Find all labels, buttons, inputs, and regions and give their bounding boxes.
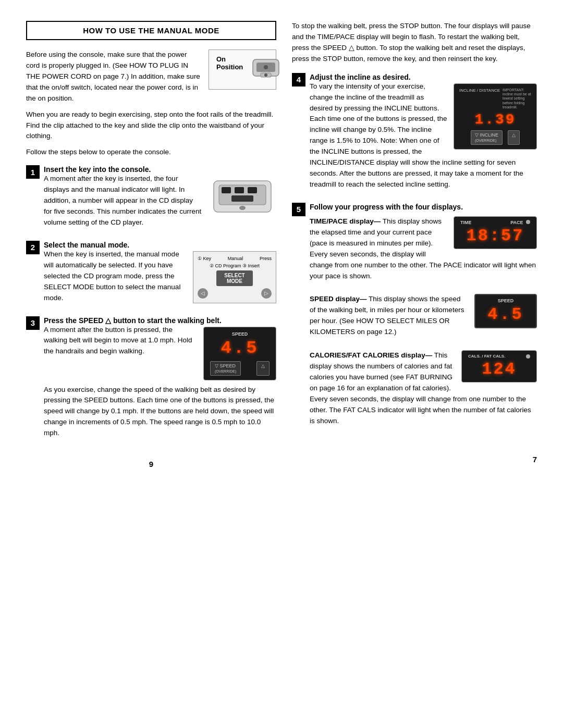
step-1: 1 Insert the key into the console. xyxy=(26,165,276,233)
right-arrow: ▷ xyxy=(261,288,272,299)
speed-down-btn[interactable]: ▽ SPEED(OVERRIDE) xyxy=(210,361,241,376)
step-1-body-wrap: A moment after the key is inserted, the … xyxy=(44,174,276,233)
calories-label: CALS. / FAT CALS. xyxy=(468,354,505,359)
step-3-content: Press the SPEED △ button to start the wa… xyxy=(44,316,276,445)
time-pace-digits-wrap: 18:57 xyxy=(460,226,530,245)
page-container: HOW TO USE THE MANUAL MODE On Position xyxy=(26,21,537,468)
speed-top-label: SPEED xyxy=(210,331,270,337)
svg-point-2 xyxy=(264,65,268,69)
step-2-content: Select the manual mode. ① Key Manual Pre… xyxy=(44,241,276,309)
step-2-number: 2 xyxy=(26,241,40,254)
time-pace-box: TIME PACE 18:57 xyxy=(454,216,537,249)
section-header: HOW TO USE THE MANUAL MODE xyxy=(26,21,276,40)
speed-section-image: SPEED 4.5 xyxy=(474,294,537,328)
pace-label: PACE xyxy=(510,220,523,225)
pace-label-wrap: PACE xyxy=(510,220,530,225)
step-4-body-wrap: INCLINE / DISTANCE IMPORTANT: incline mu… xyxy=(310,81,537,195)
svg-rect-10 xyxy=(231,195,253,202)
step-5-title: Follow your progress with the four displ… xyxy=(310,203,537,211)
select-mode-box: ① Key Manual Press ② CD Program ③ Insert… xyxy=(193,251,276,303)
svg-point-4 xyxy=(264,73,267,77)
step-5: 5 Follow your progress with the four dis… xyxy=(292,203,537,439)
time-pace-image: TIME PACE 18:57 xyxy=(454,216,537,249)
label-manual: Manual xyxy=(228,256,243,261)
step-3-body-wrap: SPEED 4.5 ▽ SPEED(OVERRIDE) △ A moment a… xyxy=(44,325,276,385)
step-2-body-wrap: ① Key Manual Press ② CD Program ③ Insert… xyxy=(44,249,276,309)
step-4-incline-image: INCLINE / DISTANCE IMPORTANT: incline mu… xyxy=(454,83,537,150)
label-cd-program: ② CD Program ③ Insert xyxy=(198,263,272,268)
step2-intro: When you are ready to begin exercising, … xyxy=(26,109,276,142)
on-position-text: On Position xyxy=(216,55,243,71)
select-mode-labels: ① Key Manual Press xyxy=(198,256,272,261)
select-mode-btn: SELECT MODE xyxy=(216,270,253,286)
incline-buttons: ▽ INCLINE(OVERRIDE) △ xyxy=(459,130,531,145)
incline-label: INCLINE / DISTANCE xyxy=(459,88,500,110)
speed-display-section: SPEED 4.5 SPEED display— This display sh… xyxy=(310,294,537,343)
left-arrow: ◁ xyxy=(198,288,208,299)
step-4: 4 Adjust the incline as desired. INCLINE… xyxy=(292,73,537,195)
speed-section-top-label: SPEED xyxy=(483,298,529,303)
calories-image: CALS. / FAT CALS. 124 xyxy=(461,350,537,382)
calories-digits: 124 xyxy=(482,360,517,379)
time-pace-bold-title: TIME/PACE display— xyxy=(310,217,381,225)
step-3-title: Press the SPEED △ button to start the wa… xyxy=(44,316,276,325)
calories-digits-wrap: 124 xyxy=(468,360,530,379)
time-pace-digits: 18:57 xyxy=(466,226,524,245)
left-column: HOW TO USE THE MANUAL MODE On Position xyxy=(26,21,276,468)
incline-down-btn[interactable]: ▽ INCLINE(OVERRIDE) xyxy=(471,130,503,145)
on-switch-visual xyxy=(250,55,282,84)
step-4-content: Adjust the incline as desired. INCLINE /… xyxy=(310,73,537,195)
step-3: 3 Press the SPEED △ button to start the … xyxy=(26,316,276,445)
svg-rect-8 xyxy=(235,187,244,193)
step-1-content: Insert the key into the console. xyxy=(44,165,276,233)
step-2-image: ① Key Manual Press ② CD Program ③ Insert… xyxy=(193,251,276,303)
calories-top: CALS. / FAT CALS. xyxy=(468,354,530,359)
incline-important: IMPORTANT: incline must be at lowest set… xyxy=(503,88,531,110)
incline-display-box: INCLINE / DISTANCE IMPORTANT: incline mu… xyxy=(454,83,537,150)
console-switch-svg xyxy=(250,55,282,84)
step-3-body2: As you exercise, change the speed of the… xyxy=(44,385,276,439)
speed-section-box: SPEED 4.5 xyxy=(474,294,537,328)
speed-display-box: SPEED 4.5 ▽ SPEED(OVERRIDE) △ xyxy=(203,327,276,380)
speed-digits: 4.5 xyxy=(210,338,270,358)
incline-digits-wrap: 1.39 xyxy=(459,112,531,128)
step-2: 2 Select the manual mode. ① Key Manual P… xyxy=(26,241,276,309)
select-mode-arrows: ◁ ▷ xyxy=(198,288,272,299)
speed-section-title: SPEED display— xyxy=(310,295,367,303)
stop-paragraph: To stop the walking belt, press the STOP… xyxy=(292,21,537,65)
time-label: TIME xyxy=(460,220,472,225)
speed-section-digits: 4.5 xyxy=(483,305,529,324)
label-insert-key: ① Key xyxy=(198,256,211,261)
step-4-number: 4 xyxy=(292,73,305,87)
step-3-number: 3 xyxy=(26,316,40,330)
speed-buttons: ▽ SPEED(OVERRIDE) △ xyxy=(210,361,270,376)
time-pace-labels: TIME PACE xyxy=(460,220,530,225)
fat-cals-indicator xyxy=(526,354,530,359)
follow-steps: Follow the steps below to operate the co… xyxy=(26,147,276,158)
time-pace-section: TIME PACE 18:57 xyxy=(310,216,537,287)
calories-section: CALS. / FAT CALS. 124 CALORIES/FAT CALOR… xyxy=(310,350,537,431)
step-4-title: Adjust the incline as desired. xyxy=(310,73,537,81)
calories-box: CALS. / FAT CALS. 124 xyxy=(461,350,537,382)
incline-up-btn[interactable]: △ xyxy=(508,130,520,145)
svg-rect-7 xyxy=(222,187,231,193)
svg-rect-9 xyxy=(248,187,257,193)
label-press: Press xyxy=(260,256,272,261)
step-1-image xyxy=(209,176,276,219)
on-position-image: On Position xyxy=(209,50,276,90)
calories-section-title: CALORIES/FAT CALORIES display— xyxy=(310,351,432,359)
svg-point-11 xyxy=(239,206,246,210)
page-number-bottom: 9 xyxy=(26,460,276,468)
console-image-svg xyxy=(209,176,276,217)
incline-top-row: INCLINE / DISTANCE IMPORTANT: incline mu… xyxy=(459,88,531,110)
right-column: To stop the walking belt, press the STOP… xyxy=(292,21,537,468)
pace-indicator-dot xyxy=(526,220,530,224)
speed-up-btn[interactable]: △ xyxy=(256,361,270,376)
step-3-speed-image: SPEED 4.5 ▽ SPEED(OVERRIDE) △ xyxy=(203,327,276,380)
step-2-title: Select the manual mode. xyxy=(44,241,276,249)
step-5-number: 5 xyxy=(292,203,305,216)
step-1-title: Insert the key into the console. xyxy=(44,165,276,174)
page-number-right: 7 xyxy=(292,455,537,464)
incline-digits: 1.39 xyxy=(474,112,516,128)
step-1-number: 1 xyxy=(26,165,40,179)
